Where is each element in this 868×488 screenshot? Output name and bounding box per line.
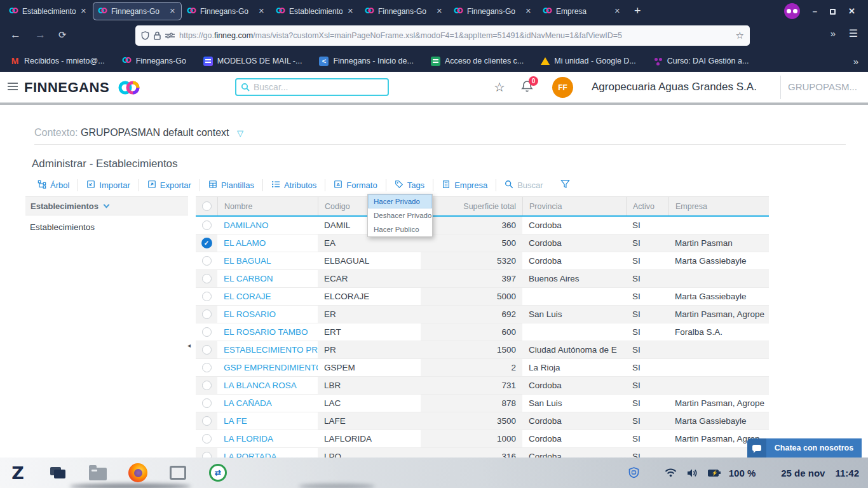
row-name-link[interactable]: LA FLORIDA — [224, 434, 273, 444]
table-row[interactable]: ESTABLECIMIENTO PRIPR1500Ciudad Autónoma… — [196, 341, 769, 359]
bookmark-item-3[interactable]: <Finnegans - Inicio de... — [319, 57, 413, 66]
row-name-link[interactable]: DAMILANO — [224, 220, 269, 230]
browser-tab-3[interactable]: Establecimientos ✕ — [271, 3, 359, 20]
file-manager-icon[interactable] — [88, 463, 108, 483]
row-name-link[interactable]: LA PORTADA — [224, 452, 277, 458]
toolbar-button-empresa[interactable]: Empresa — [433, 180, 496, 191]
firefox-account-avatar[interactable] — [784, 3, 800, 19]
bookmark-item-1[interactable]: Finnegans-Go — [122, 57, 186, 66]
table-row[interactable]: EL BAGUALELBAGUAL5320CordobaSIMarta Gass… — [196, 252, 769, 270]
toolbar-button-buscar[interactable]: Buscar — [496, 180, 551, 191]
row-select-cell[interactable] — [196, 341, 217, 358]
row-radio[interactable] — [202, 309, 212, 319]
row-select-cell[interactable] — [196, 217, 217, 234]
cell-nombre[interactable]: LA FLORIDA — [217, 430, 318, 447]
row-radio[interactable] — [202, 274, 212, 283]
cell-nombre[interactable]: EL CORAJE — [217, 288, 318, 305]
cell-nombre[interactable]: ESTABLECIMIENTO PRI — [217, 341, 318, 358]
menu-item-hacer-publico[interactable]: Hacer Publico — [368, 222, 432, 236]
toolbar-button-plantillas[interactable]: Plantillas — [200, 180, 262, 191]
favorites-star-icon[interactable]: ☆ — [494, 79, 505, 95]
browser-tab-6[interactable]: Empresa ✕ — [538, 3, 626, 20]
column-header-provincia[interactable]: Provincia — [522, 197, 626, 215]
cell-nombre[interactable]: EL ROSARIO — [217, 306, 318, 323]
table-row[interactable]: LA FELAFE3500CordobaSIMarta Gassiebayle — [196, 412, 769, 430]
row-name-link[interactable]: EL CORAJE — [224, 292, 271, 301]
row-radio[interactable] — [202, 416, 212, 426]
bookmark-star-icon[interactable]: ☆ — [736, 30, 744, 41]
row-name-link[interactable]: GSP EMPRENDIMIENTO — [224, 363, 318, 372]
tab-close-icon[interactable]: ✕ — [79, 7, 88, 15]
row-select-cell[interactable] — [196, 252, 217, 269]
row-radio[interactable] — [202, 452, 212, 458]
column-header-superficietotal[interactable]: Superficie total — [421, 197, 522, 215]
row-select-cell[interactable] — [196, 395, 217, 412]
table-row[interactable]: EL CARBONECAR397Buenos AiresSI — [196, 270, 769, 288]
row-radio[interactable] — [202, 363, 212, 372]
column-header-empresa[interactable]: Empresa — [668, 197, 769, 215]
browser-tab-4[interactable]: Finnegans-Go ✕ — [360, 3, 448, 20]
url-text[interactable]: https://go.finneg.com/mas/vista?customXs… — [179, 31, 731, 40]
sidebar-item-0[interactable]: Establecimientos — [25, 215, 188, 239]
close-button[interactable]: ✕ — [848, 6, 855, 16]
cell-nombre[interactable]: EL ALAMO — [217, 234, 318, 252]
cell-nombre[interactable]: DAMILANO — [217, 217, 318, 234]
cell-nombre[interactable]: GSP EMPRENDIMIENTO — [217, 359, 318, 376]
toolbar-button-formato[interactable]: AFormato — [325, 180, 385, 191]
wifi-icon[interactable] — [665, 468, 677, 477]
row-name-link[interactable]: EL BAGUAL — [224, 256, 271, 266]
row-radio[interactable] — [202, 292, 212, 301]
restore-button[interactable] — [830, 6, 836, 16]
context-value[interactable]: GRUPOPASMAN default context — [81, 127, 229, 138]
bookmark-item-6[interactable]: Curso: DAI Gestión a... — [653, 57, 749, 66]
lock-icon[interactable] — [154, 31, 161, 40]
bookmark-item-0[interactable]: MRecibidos - mnieto@... — [10, 57, 105, 66]
cell-nombre[interactable]: EL CARBON — [217, 270, 318, 287]
browser-tab-1[interactable]: Finnegans-Go ✕ — [93, 3, 181, 20]
extensions-overflow-icon[interactable]: » — [831, 28, 835, 39]
menu-item-hacer-privado[interactable]: Hacer Privado — [368, 194, 432, 208]
row-select-cell[interactable] — [196, 288, 217, 305]
sidebar-header[interactable]: Establecimientos — [25, 196, 188, 215]
select-all-radio[interactable] — [196, 197, 217, 215]
toolbar-button-importar[interactable]: Importar — [78, 180, 138, 191]
bookmarks-overflow-icon[interactable]: » — [853, 56, 858, 67]
toolbar-button-exportar[interactable]: Exportar — [139, 180, 200, 191]
row-select-cell[interactable]: ✓ — [196, 234, 217, 252]
battery-icon[interactable]: ⚡ — [708, 470, 719, 477]
user-avatar[interactable]: FF — [552, 77, 573, 98]
table-row[interactable]: EL ROSARIOER692San LuisSIMartin Pasman, … — [196, 306, 769, 323]
row-name-link[interactable]: LA FE — [224, 416, 247, 426]
tab-close-icon[interactable]: ✕ — [257, 7, 266, 15]
cell-nombre[interactable]: LA PORTADA — [217, 448, 318, 458]
shield-icon[interactable] — [141, 31, 149, 40]
row-radio[interactable] — [202, 327, 212, 337]
row-radio-checked-icon[interactable]: ✓ — [201, 238, 212, 248]
row-radio[interactable] — [202, 398, 212, 408]
row-name-link[interactable]: LA BLANCA ROSA — [224, 381, 297, 390]
bookmark-item-5[interactable]: Mi unidad - Google D... — [541, 57, 636, 66]
row-radio[interactable] — [202, 220, 212, 230]
firefox-icon[interactable] — [128, 463, 148, 483]
app-menu-icon[interactable]: ☰ — [849, 27, 858, 39]
context-dropdown-icon[interactable]: ▽ — [237, 128, 243, 138]
browser-tab-2[interactable]: Finnegans-Go ✕ — [182, 3, 270, 20]
tab-close-icon[interactable]: ✕ — [168, 7, 177, 15]
permissions-icon[interactable] — [165, 32, 175, 39]
workspace-name[interactable]: GRUPOPASM... — [788, 81, 864, 92]
app-search-input[interactable] — [254, 82, 383, 92]
table-row[interactable]: LA FLORIDALAFLORIDA1000CordobaSIMartin P… — [196, 430, 769, 448]
row-select-cell[interactable] — [196, 306, 217, 323]
row-name-link[interactable]: EL ALAMO — [224, 238, 266, 248]
table-row[interactable]: LA CAÑADALAC878San LuisSIMartin Pasman, … — [196, 395, 769, 412]
row-select-cell[interactable] — [196, 323, 217, 341]
cell-nombre[interactable]: LA CAÑADA — [217, 395, 318, 412]
reload-icon[interactable]: ⟳ — [58, 29, 67, 41]
minimize-button[interactable]: – — [813, 6, 817, 16]
row-select-cell[interactable] — [196, 377, 217, 394]
row-radio[interactable] — [202, 434, 212, 444]
window-switcher-icon[interactable] — [48, 463, 68, 483]
chat-button[interactable]: Chatea con nosotros — [747, 438, 862, 458]
table-row[interactable]: EL ROSARIO TAMBOERT600SIForalba S.A. — [196, 323, 769, 341]
company-name[interactable]: Agropecuaria Aguas Grandes S.A. — [592, 81, 757, 93]
